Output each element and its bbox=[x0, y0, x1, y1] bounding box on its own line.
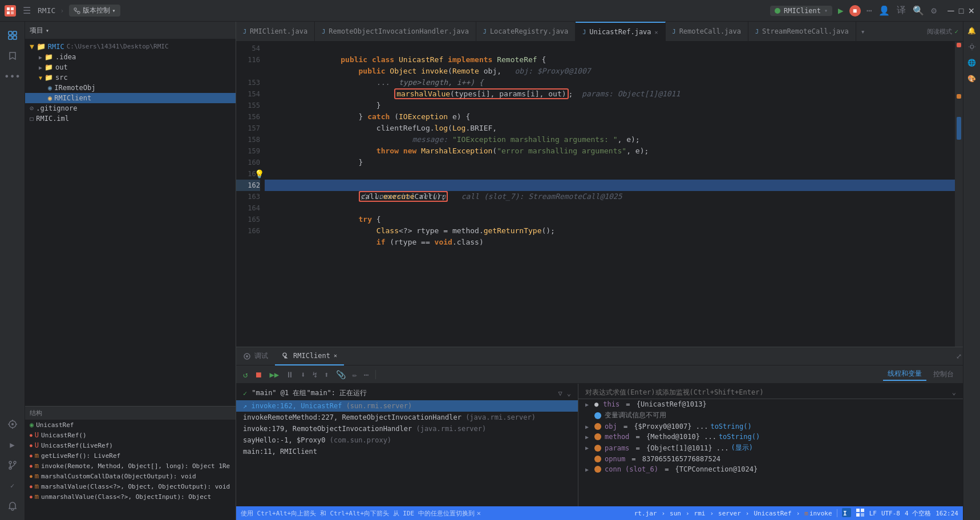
tabs-more-btn[interactable]: ▾ bbox=[856, 27, 870, 36]
tab-streamremotecall[interactable]: J StreamRemoteCall.java bbox=[748, 22, 856, 42]
var-conn[interactable]: ▶ conn (slot_6) = {TCPConnection@1024} bbox=[578, 464, 963, 474]
more-debug-btn[interactable]: ⋯ bbox=[362, 369, 371, 380]
right-settings-icon[interactable] bbox=[965, 40, 979, 54]
method-link[interactable]: toString() bbox=[719, 433, 760, 441]
tree-item-gitignore[interactable]: ⊘ .gitignore bbox=[25, 103, 236, 113]
debug-tab-rmiclient[interactable]: RMIClient ✕ bbox=[275, 347, 344, 365]
resume-btn[interactable]: ▶▶ bbox=[267, 369, 281, 380]
console-label[interactable]: 控制台 bbox=[929, 368, 958, 380]
minimize-btn[interactable]: ─ bbox=[947, 7, 955, 15]
var-this[interactable]: ▶ ● this = {UnicastRef@1013} bbox=[578, 399, 963, 409]
stepout-btn[interactable]: ⬆ bbox=[322, 369, 331, 380]
structure-getliveref[interactable]: ● m getLiveRef(): LiveRef bbox=[25, 450, 236, 461]
breadcrumb-rmi[interactable]: rmi bbox=[694, 510, 706, 517]
close-debug-tab[interactable]: ✕ bbox=[334, 352, 337, 359]
tab-locateregistry[interactable]: J LocateRegistry.java bbox=[476, 22, 576, 42]
eval-input[interactable] bbox=[585, 388, 947, 396]
right-globe-icon[interactable]: 🌐 bbox=[965, 56, 979, 70]
var-obj[interactable]: ▶ obj = {$Proxy0@1007} ... toString() bbox=[578, 421, 963, 432]
var-opnum[interactable]: opnum = 8370655165776887524 bbox=[578, 454, 963, 464]
var-params[interactable]: ▶ params = {Object[1]@1011} ... (显示) bbox=[578, 442, 963, 454]
this-expand[interactable]: ▶ bbox=[585, 401, 592, 408]
todo-icon[interactable]: ✓ bbox=[3, 477, 22, 495]
stepover-btn[interactable]: ⬇ bbox=[298, 369, 307, 380]
filter-icon[interactable]: ▽ bbox=[558, 389, 562, 397]
breadcrumb-unicastref[interactable]: UnicastRef bbox=[754, 510, 791, 517]
debug-maximize[interactable]: ⤢ bbox=[955, 352, 963, 360]
lf-label[interactable]: LF bbox=[869, 510, 877, 517]
status-close[interactable]: ✕ bbox=[477, 509, 481, 517]
stop-btn[interactable]: ■ bbox=[849, 5, 861, 17]
frame-item-4[interactable]: sayHello:-1, $Proxy0 (com.sun.proxy) bbox=[236, 434, 578, 446]
frame-item-5[interactable]: main:11, RMIClient bbox=[236, 446, 578, 457]
run-icon[interactable]: ▶ bbox=[3, 436, 22, 454]
debug-tab-debugger[interactable]: 调试 bbox=[236, 347, 275, 365]
debug-icon[interactable] bbox=[3, 415, 22, 433]
code-lines[interactable]: public class UnicastRef implements Remot… bbox=[265, 42, 955, 347]
tab-unicastref[interactable]: J UnicastRef.java ✕ bbox=[576, 22, 665, 42]
frame-item-3[interactable]: invoke:179, RemoteObjectInvocationHandle… bbox=[236, 423, 578, 434]
breakpoints-btn[interactable]: 📎 bbox=[334, 369, 348, 380]
breadcrumb-sun[interactable]: sun bbox=[670, 510, 681, 517]
tree-item-iremoteobj[interactable]: ◉ IRemoteObj bbox=[25, 83, 236, 93]
structure-unmarshal[interactable]: ● m unmarshalValue(Class<?>, ObjectInput… bbox=[25, 491, 236, 502]
translate-icon[interactable]: 译 bbox=[896, 3, 907, 18]
structure-marshal-custom[interactable]: ● m marshalCustomCallData(ObjectOutput):… bbox=[25, 471, 236, 481]
structure-unicastref[interactable]: ◉ UnicastRef bbox=[25, 420, 236, 430]
run-config[interactable]: RMIClient ▾ bbox=[770, 6, 832, 16]
highlight-marker[interactable] bbox=[957, 117, 961, 140]
var-method[interactable]: ▶ method = {Method@1010} ... toString() bbox=[578, 432, 963, 442]
params-link[interactable]: (显示) bbox=[731, 443, 753, 453]
search-icon[interactable]: 🔍 bbox=[912, 4, 925, 17]
thread-var-label[interactable]: 线程和变量 bbox=[883, 368, 926, 381]
position-label[interactable]: 162:24 bbox=[936, 510, 958, 517]
pause-btn[interactable]: ⏸ bbox=[284, 369, 296, 380]
structure-invoke[interactable]: ● m invoke(Remote, Method, Object[], lon… bbox=[25, 461, 236, 471]
error-marker-1[interactable] bbox=[957, 43, 961, 47]
eval-expand[interactable]: ⌄ bbox=[952, 388, 956, 396]
structure-unicastref-constructor1[interactable]: ● U UnicastRef() bbox=[25, 430, 236, 440]
user-icon[interactable]: 👤 bbox=[877, 4, 891, 17]
tab-remoteobject[interactable]: J RemoteObjectInvocationHandler.java bbox=[315, 22, 476, 42]
reading-mode-btn[interactable]: 阅读模式 ✓ bbox=[922, 27, 963, 36]
git-icon[interactable] bbox=[3, 456, 22, 474]
tree-item-out[interactable]: ▶ 📁 out bbox=[25, 62, 236, 72]
sidebar-project-icon[interactable] bbox=[3, 26, 22, 44]
right-notifications-icon[interactable]: 🔔 bbox=[965, 24, 979, 38]
tree-item-src[interactable]: ▼ 📁 src bbox=[25, 72, 236, 83]
version-control-btn[interactable]: 版本控制 ▾ bbox=[69, 5, 120, 17]
lightbulb-icon[interactable]: 💡 bbox=[254, 168, 264, 180]
sidebar-bookmark-icon[interactable] bbox=[3, 47, 22, 65]
edit-btn[interactable]: ✏ bbox=[350, 369, 359, 380]
notification-icon[interactable] bbox=[3, 497, 22, 515]
sidebar-more-icon[interactable]: ••• bbox=[3, 67, 22, 86]
right-paint-icon[interactable]: 🎨 bbox=[965, 72, 979, 86]
tree-item-idea[interactable]: ▶ 📁 .idea bbox=[25, 52, 236, 62]
maximize-btn[interactable]: □ bbox=[957, 7, 965, 15]
method-expand[interactable]: ▶ bbox=[585, 434, 592, 440]
encoding-label[interactable]: UTF-8 bbox=[881, 510, 900, 517]
settings-icon[interactable]: ⚙ bbox=[930, 4, 938, 17]
breadcrumb-invoke[interactable]: m invoke bbox=[804, 510, 832, 517]
tree-item-rmiciml[interactable]: ◻ RMIC.iml bbox=[25, 113, 236, 124]
breadcrumb-server[interactable]: server bbox=[718, 510, 741, 517]
frame-item-2[interactable]: invokeRemoteMethod:227, RemoteObjectInvo… bbox=[236, 412, 578, 423]
tree-item-rmiclient[interactable]: ◉ RMIClient bbox=[25, 93, 236, 103]
stepinto-btn[interactable]: ↯ bbox=[310, 369, 319, 380]
tab-remotecall[interactable]: J RemoteCall.java bbox=[666, 22, 748, 42]
tree-item-rmic[interactable]: ▼ 📁 RMIC C:\Users\14341\Desktop\RMIC bbox=[25, 41, 236, 52]
more-btn[interactable]: ⋯ bbox=[865, 4, 873, 17]
structure-unicastref-constructor2[interactable]: ● U UnicastRef(LiveRef) bbox=[25, 440, 236, 450]
obj-expand[interactable]: ▶ bbox=[585, 424, 592, 430]
structure-marshal-value[interactable]: ● m marshalValue(Class<?>, Object, Objec… bbox=[25, 481, 236, 491]
indent-label[interactable]: 4 个空格 bbox=[905, 509, 931, 518]
breadcrumb-rt[interactable]: rt.jar bbox=[634, 510, 657, 517]
expand-frames-icon[interactable]: ⌄ bbox=[567, 389, 571, 397]
obj-link[interactable]: toString() bbox=[710, 422, 751, 430]
stop-debug-btn[interactable]: ⏹ bbox=[252, 369, 265, 380]
close-btn[interactable]: ✕ bbox=[967, 7, 975, 15]
tab-rmiclient[interactable]: J RMIClient.java bbox=[236, 22, 315, 42]
run-btn[interactable]: ▶ bbox=[837, 4, 845, 17]
close-tab-unicastref[interactable]: ✕ bbox=[655, 29, 658, 35]
conn-expand[interactable]: ▶ bbox=[585, 466, 592, 473]
